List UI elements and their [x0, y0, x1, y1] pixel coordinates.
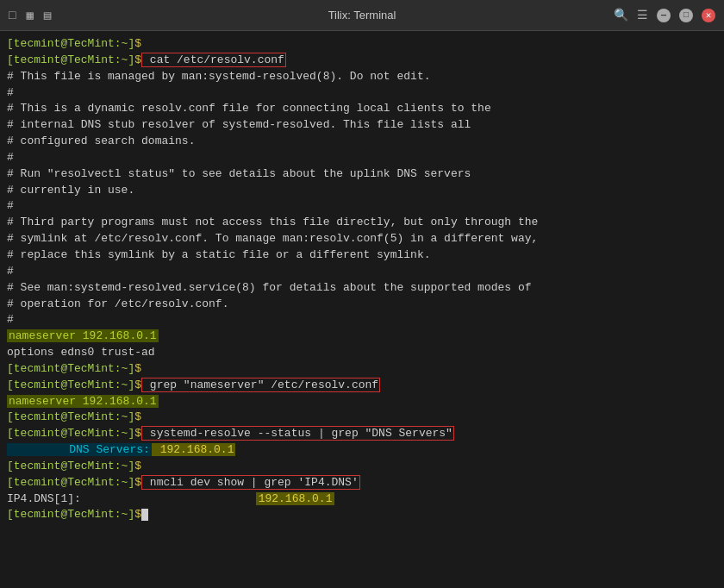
minimize-button[interactable]: — [657, 9, 671, 22]
terminal-line: # This file is managed by man:systemd-re… [7, 69, 717, 85]
new-terminal-icon[interactable]: □ [9, 9, 16, 22]
terminal-line: [tecmint@TecMint:~]$ [7, 36, 717, 53]
terminal-line: IP4.DNS[1]: 192.168.0.1 [7, 491, 717, 508]
terminal-line: # configured search domains. [7, 134, 717, 150]
terminal-line: # replace this symlink by a static file … [7, 247, 717, 264]
terminal-line: # [7, 264, 717, 280]
maximize-button[interactable]: □ [679, 9, 693, 22]
title-bar-right: 🔍 ☰ — □ ✕ [614, 8, 715, 22]
menu-icon[interactable]: ☰ [637, 8, 648, 22]
terminal-line: options edns0 trust-ad [7, 345, 717, 361]
title-bar: □ ▦ ▤ Tilix: Terminal 🔍 ☰ — □ ✕ [0, 0, 724, 31]
terminal-line: # symlink at /etc/resolv.conf. To manage… [7, 231, 717, 247]
terminal-line: # internal DNS stub resolver of systemd-… [7, 117, 717, 134]
terminal-line: [tecmint@TecMint:~]$ nmcli dev show | gr… [7, 475, 717, 491]
new-terminal-down-icon[interactable]: ▤ [44, 8, 51, 22]
terminal-line: # This is a dynamic resolv.conf file for… [7, 101, 717, 117]
terminal-line: [tecmint@TecMint:~]$ grep "nameserver" /… [7, 378, 717, 394]
window-title: Tilix: Terminal [328, 9, 396, 22]
terminal-line: DNS Servers: 192.168.0.1 [7, 442, 717, 459]
terminal-line: # [7, 198, 717, 215]
terminal-line: [tecmint@TecMint:~]$ systemd-resolve --s… [7, 426, 717, 442]
terminal-line: # currently in use. [7, 183, 717, 199]
new-terminal-right-icon[interactable]: ▦ [26, 8, 33, 22]
close-button[interactable]: ✕ [702, 9, 715, 22]
prompt-user: [tecmint@TecMint:~] [7, 37, 134, 50]
terminal-line: # [7, 312, 717, 328]
terminal-body: [tecmint@TecMint:~]$ [tecmint@TecMint:~]… [0, 31, 724, 588]
terminal-line: # Run "resolvectl status" to see details… [7, 166, 717, 183]
terminal-line: # [7, 150, 717, 166]
terminal-line: [tecmint@TecMint:~]$ [7, 410, 717, 426]
terminal-line: [tecmint@TecMint:~]$ cat /etc/resolv.con… [7, 53, 717, 69]
search-icon[interactable]: 🔍 [614, 8, 628, 22]
terminal-line: # Third party programs must not access t… [7, 215, 717, 231]
title-bar-left: □ ▦ ▤ [9, 8, 51, 22]
terminal-line: [tecmint@TecMint:~]$ [7, 361, 717, 378]
terminal-line: # See man:systemd-resolved.service(8) fo… [7, 280, 717, 297]
terminal-cursor [141, 509, 148, 521]
terminal-line: nameserver 192.168.0.1 [7, 394, 717, 410]
terminal-line: # operation for /etc/resolv.conf. [7, 297, 717, 313]
terminal-line: [tecmint@TecMint:~]$ [7, 459, 717, 475]
terminal-line: # [7, 85, 717, 102]
terminal-line: nameserver 192.168.0.1 [7, 328, 717, 345]
terminal-line: [tecmint@TecMint:~]$ [7, 507, 717, 523]
